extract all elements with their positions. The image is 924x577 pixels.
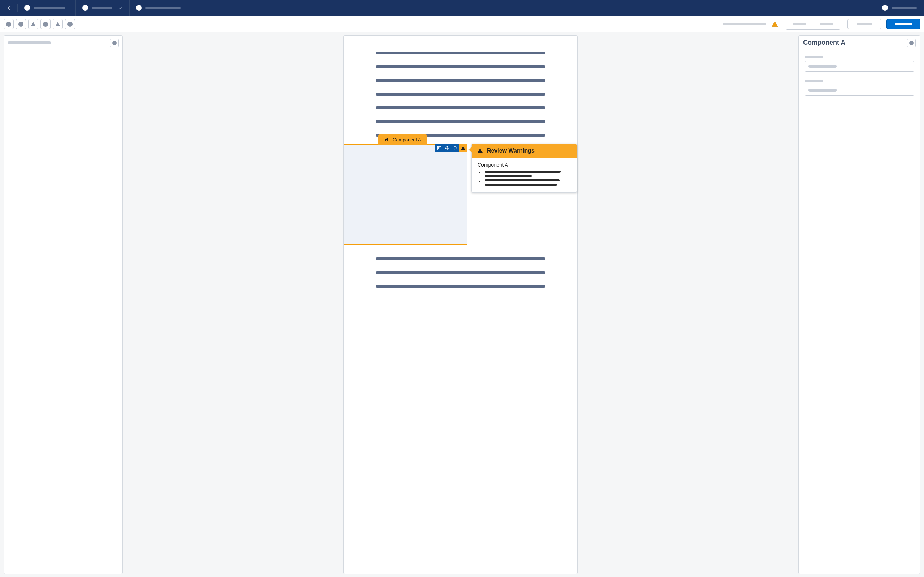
component-settings-button[interactable] [435, 144, 443, 152]
left-panel-header-button[interactable] [110, 39, 119, 47]
field-label-placeholder [804, 56, 823, 58]
placeholder-text [793, 23, 806, 25]
triangle-icon [55, 22, 60, 26]
segment-1[interactable] [786, 19, 813, 29]
warning-triangle-icon [477, 148, 483, 154]
page-icon [136, 5, 142, 11]
secondary-action-button[interactable] [848, 19, 881, 29]
popover-header: Review Warnings [472, 144, 577, 158]
text-line [376, 106, 545, 109]
placeholder-text [809, 89, 837, 92]
megaphone-icon [384, 137, 390, 142]
property-input-2[interactable] [804, 85, 914, 95]
global-navbar [0, 0, 924, 16]
text-line [376, 65, 545, 68]
content-block-bottom [344, 245, 577, 288]
back-button[interactable] [2, 0, 16, 16]
component-warning-button[interactable] [459, 144, 467, 152]
popover-header-text: Review Warnings [487, 148, 535, 154]
context-icon [82, 5, 88, 11]
chevron-down-icon [118, 5, 123, 10]
placeholder-text [485, 184, 557, 186]
placeholder-text [92, 7, 112, 9]
builder-toolbar [0, 16, 924, 32]
placeholder-text [820, 23, 834, 25]
svg-rect-2 [775, 25, 775, 26]
svg-rect-8 [480, 152, 480, 153]
component-label-text: Component A [393, 137, 421, 142]
right-panel-header-button[interactable] [907, 39, 916, 47]
circle-icon [6, 22, 11, 27]
placeholder-text [856, 23, 872, 25]
toolbar-button-1[interactable] [3, 19, 14, 29]
content-block-top [344, 36, 577, 137]
warning-icon[interactable] [771, 21, 779, 28]
popover-subject: Component A [478, 162, 571, 168]
placeholder-text [485, 171, 561, 173]
nav-item-context[interactable] [76, 0, 129, 16]
circle-icon [112, 41, 116, 45]
component-action-bar [435, 144, 467, 152]
warnings-list [478, 171, 571, 186]
nav-separator [17, 3, 18, 12]
toolbar-button-4[interactable] [40, 19, 50, 29]
primary-action-button[interactable] [887, 19, 921, 29]
svg-rect-3 [438, 147, 441, 150]
circle-icon [43, 22, 48, 27]
warnings-popover: Review Warnings Component A [472, 143, 577, 193]
placeholder-text [892, 7, 917, 9]
toolbar-segmented-control [786, 19, 840, 29]
svg-rect-6 [463, 149, 463, 149]
component-label-tab[interactable]: Component A [378, 134, 427, 145]
svg-rect-7 [480, 150, 480, 152]
placeholder-text [485, 175, 531, 177]
text-line [376, 258, 545, 260]
text-line [376, 120, 545, 123]
text-line [376, 93, 545, 95]
selected-component[interactable]: Component A [344, 144, 467, 245]
placeholder-text [809, 65, 837, 68]
circle-icon [68, 22, 73, 27]
placeholder-text [895, 23, 912, 25]
circle-icon [909, 41, 914, 45]
user-avatar-icon [882, 5, 888, 11]
right-panel-title: Component A [803, 39, 845, 47]
toolbar-button-2[interactable] [16, 19, 26, 29]
text-line [376, 79, 545, 82]
toolbar-button-6[interactable] [65, 19, 75, 29]
right-panel-header: Component A [799, 36, 920, 50]
svg-rect-4 [439, 148, 440, 149]
status-message [723, 23, 766, 25]
segment-2[interactable] [813, 19, 840, 29]
text-line [376, 52, 545, 55]
panel-title-placeholder [8, 42, 51, 44]
right-panel: Component A [798, 35, 921, 574]
popover-body: Component A [472, 158, 577, 192]
text-line [376, 271, 545, 274]
design-canvas[interactable]: Component A [343, 35, 578, 574]
toolbar-button-5[interactable] [53, 19, 63, 29]
placeholder-text [34, 7, 65, 9]
warning-item [478, 179, 571, 186]
nav-item-user[interactable] [876, 0, 922, 16]
toolbar-button-3[interactable] [28, 19, 38, 29]
left-panel [3, 35, 123, 574]
nav-item-app[interactable] [18, 0, 76, 16]
property-input-1[interactable] [804, 61, 914, 72]
workspace: Component A [0, 32, 924, 577]
field-label-placeholder [804, 80, 823, 82]
right-panel-body [799, 50, 920, 109]
app-icon [24, 5, 30, 11]
warning-item [478, 171, 571, 177]
nav-item-page[interactable] [130, 0, 191, 16]
triangle-icon [31, 22, 36, 26]
placeholder-text [485, 179, 560, 181]
component-move-button[interactable] [443, 144, 451, 152]
selected-component-wrapper: Component A [344, 144, 577, 245]
placeholder-text [145, 7, 181, 9]
left-panel-header [4, 36, 122, 50]
component-delete-button[interactable] [451, 144, 459, 152]
circle-icon [18, 22, 23, 27]
canvas-wrap: Component A [126, 35, 795, 574]
text-line [376, 285, 545, 288]
